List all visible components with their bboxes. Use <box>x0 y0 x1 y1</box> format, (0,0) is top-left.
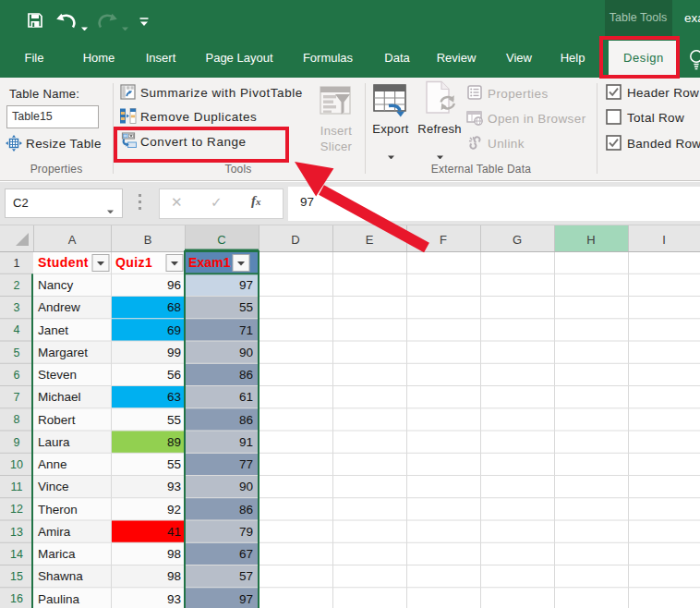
svg-text:Marica: Marica <box>38 547 76 561</box>
svg-text:13: 13 <box>10 526 23 539</box>
svg-text:5: 5 <box>14 347 20 359</box>
svg-text:93: 93 <box>167 480 181 493</box>
svg-text:98: 98 <box>167 569 181 583</box>
svg-text:Robert: Robert <box>38 413 76 427</box>
svg-text:2: 2 <box>14 279 20 292</box>
svg-text:A: A <box>68 233 77 247</box>
svg-text:11: 11 <box>11 480 23 493</box>
svg-text:Shawna: Shawna <box>38 569 83 583</box>
svg-text:Paulina: Paulina <box>38 592 80 606</box>
svg-text:77: 77 <box>239 457 253 471</box>
svg-text:86: 86 <box>239 413 253 427</box>
svg-text:55: 55 <box>167 457 181 471</box>
svg-text:1: 1 <box>14 257 20 270</box>
svg-text:7: 7 <box>14 391 20 404</box>
svg-text:6: 6 <box>14 369 20 382</box>
svg-text:90: 90 <box>239 480 253 493</box>
svg-text:Student: Student <box>38 255 89 270</box>
svg-text:Exam1: Exam1 <box>188 255 231 270</box>
svg-text:97: 97 <box>239 592 253 606</box>
svg-text:89: 89 <box>167 435 181 449</box>
svg-text:71: 71 <box>239 323 253 337</box>
svg-text:Steven: Steven <box>38 368 77 382</box>
svg-text:9: 9 <box>14 436 20 449</box>
svg-text:55: 55 <box>167 413 181 427</box>
svg-text:90: 90 <box>239 346 253 359</box>
svg-text:96: 96 <box>167 278 181 292</box>
svg-text:16: 16 <box>10 592 23 605</box>
svg-text:G: G <box>513 233 522 247</box>
svg-text:10: 10 <box>10 458 23 471</box>
svg-text:67: 67 <box>239 547 253 561</box>
svg-text:Vince: Vince <box>38 480 69 493</box>
svg-text:61: 61 <box>239 390 253 404</box>
svg-text:57: 57 <box>239 569 253 583</box>
svg-text:14: 14 <box>10 548 23 561</box>
svg-text:98: 98 <box>167 547 181 561</box>
svg-text:H: H <box>586 233 595 247</box>
svg-text:Nancy: Nancy <box>38 278 74 292</box>
svg-text:63: 63 <box>167 390 181 404</box>
svg-text:69: 69 <box>167 323 181 337</box>
svg-text:Laura: Laura <box>38 435 70 449</box>
svg-text:41: 41 <box>167 525 181 539</box>
svg-text:F: F <box>440 233 447 247</box>
svg-text:Janet: Janet <box>38 323 68 337</box>
svg-text:55: 55 <box>239 300 253 314</box>
svg-text:56: 56 <box>167 368 181 382</box>
svg-text:92: 92 <box>167 503 181 517</box>
svg-text:4: 4 <box>14 323 20 336</box>
svg-text:B: B <box>144 233 152 247</box>
svg-text:15: 15 <box>10 570 23 583</box>
svg-text:12: 12 <box>10 503 23 516</box>
svg-text:3: 3 <box>14 301 20 314</box>
svg-text:Anne: Anne <box>38 457 67 471</box>
svg-text:8: 8 <box>14 413 20 426</box>
svg-text:86: 86 <box>239 368 253 382</box>
svg-text:I: I <box>662 233 666 247</box>
svg-text:Amira: Amira <box>38 525 71 539</box>
svg-text:97: 97 <box>239 278 253 292</box>
svg-text:79: 79 <box>239 525 253 539</box>
svg-text:Michael: Michael <box>38 390 81 404</box>
svg-text:68: 68 <box>167 300 181 314</box>
svg-text:D: D <box>291 233 299 247</box>
svg-text:99: 99 <box>167 346 181 359</box>
svg-text:E: E <box>366 233 374 247</box>
svg-text:Margaret: Margaret <box>38 346 88 359</box>
svg-text:93: 93 <box>167 592 181 606</box>
svg-text:86: 86 <box>239 503 253 517</box>
svg-text:Andrew: Andrew <box>38 300 80 314</box>
svg-text:Quiz1: Quiz1 <box>115 255 152 270</box>
svg-text:C: C <box>217 233 225 247</box>
svg-text:91: 91 <box>239 435 253 449</box>
svg-text:Theron: Theron <box>38 503 78 517</box>
